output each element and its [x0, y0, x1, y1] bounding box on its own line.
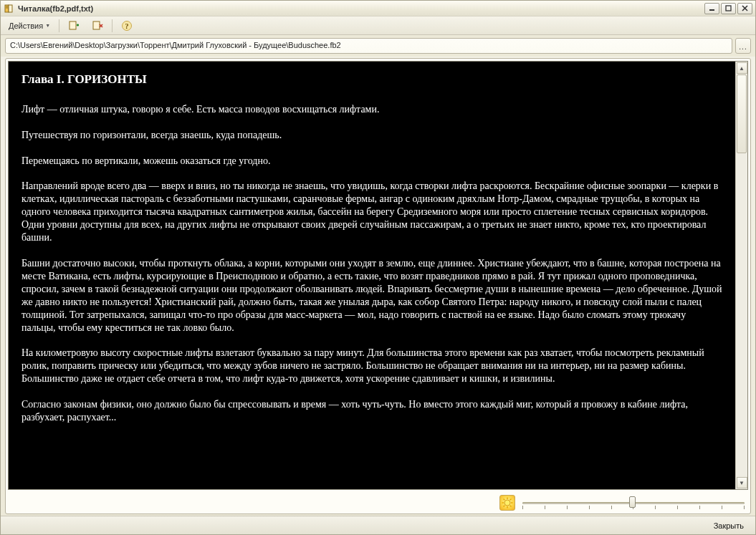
- svg-rect-1: [9, 5, 12, 12]
- brightness-slider[interactable]: [522, 495, 745, 511]
- vertical-scrollbar[interactable]: ▲ ▼: [735, 62, 747, 489]
- toolbar-separator: [59, 19, 59, 32]
- paragraph: Перемещаясь по вертикали, можешь оказать…: [21, 155, 722, 168]
- svg-rect-5: [726, 6, 731, 11]
- reader-viewport: Глава I. ГОРИЗОНТЫ Лифт — отличная штука…: [8, 61, 748, 490]
- svg-rect-9: [93, 21, 100, 29]
- paragraph: На километровую высоту скоростные лифты …: [21, 347, 722, 385]
- help-icon: ?: [121, 20, 133, 32]
- svg-rect-8: [70, 21, 76, 29]
- svg-text:?: ?: [125, 22, 129, 30]
- book-remove-icon: [92, 20, 103, 32]
- svg-line-20: [504, 506, 505, 507]
- close-button[interactable]: [737, 3, 752, 14]
- scroll-thumb[interactable]: [737, 74, 747, 153]
- reader-bottombar: [6, 492, 750, 514]
- paragraph: Башни достаточно высоки, чтобы проткнуть…: [21, 257, 722, 334]
- brightness-button[interactable]: [499, 495, 515, 511]
- actions-menu-button[interactable]: Действия ▼: [4, 19, 55, 33]
- book-add-button[interactable]: [63, 19, 85, 33]
- toolbar: Действия ▼: [1, 16, 755, 35]
- chapter-heading: Глава I. ГОРИЗОНТЫ: [21, 72, 722, 87]
- book-add-icon: [68, 20, 80, 32]
- pathbar-row: C:\Users\Евгений\Desktop\Загрузки\Торрен…: [1, 35, 755, 57]
- window-title: Читалка(fb2,pdf,txt): [18, 4, 704, 13]
- svg-line-18: [510, 506, 512, 507]
- paragraph: Путешествуя по горизонтали, всегда знаеш…: [21, 129, 722, 142]
- chevron-down-icon: ▼: [45, 23, 50, 28]
- reader-panel: Глава I. ГОРИЗОНТЫ Лифт — отличная штука…: [5, 58, 751, 514]
- slider-thumb[interactable]: [629, 496, 636, 508]
- book-remove-button[interactable]: [87, 19, 108, 33]
- actions-label: Действия: [9, 21, 43, 30]
- footer-close-button[interactable]: Закрыть: [708, 519, 750, 532]
- help-button[interactable]: ?: [116, 19, 138, 33]
- svg-line-19: [510, 499, 512, 501]
- svg-point-12: [504, 500, 510, 506]
- svg-line-17: [504, 499, 505, 501]
- maximize-button[interactable]: [721, 3, 736, 14]
- paragraph: Лифт — отличная штука, говорю я себе. Ес…: [21, 103, 722, 116]
- sun-icon: [502, 497, 513, 509]
- reader-content[interactable]: Глава I. ГОРИЗОНТЫ Лифт — отличная штука…: [9, 62, 735, 489]
- browse-button[interactable]: ...: [735, 38, 751, 54]
- footer: Закрыть: [1, 516, 755, 534]
- paragraph: Направлений вроде всего два — вверх и вн…: [21, 180, 722, 244]
- scroll-up-button[interactable]: ▲: [737, 62, 747, 74]
- titlebar: Читалка(fb2,pdf,txt): [1, 1, 755, 16]
- scroll-down-button[interactable]: ▼: [737, 477, 747, 488]
- toolbar-separator: [112, 19, 113, 32]
- window-controls: [704, 3, 752, 14]
- app-icon: [4, 3, 15, 14]
- path-input[interactable]: C:\Users\Евгений\Desktop\Загрузки\Торрен…: [5, 38, 732, 54]
- reader-window: Читалка(fb2,pdf,txt) Действия ▼: [0, 0, 756, 535]
- scroll-track[interactable]: [736, 74, 747, 476]
- minimize-button[interactable]: [704, 3, 719, 14]
- paragraph: Согласно законам физики, оно должно было…: [21, 398, 722, 424]
